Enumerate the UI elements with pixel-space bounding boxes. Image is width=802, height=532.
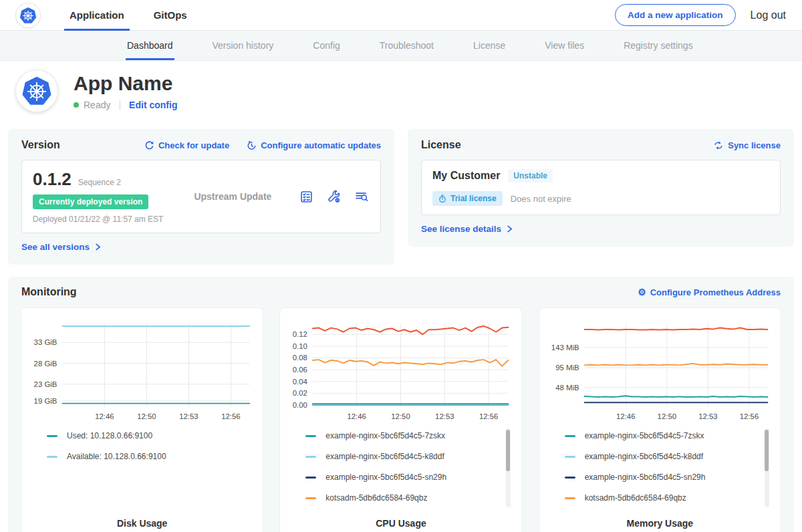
svg-text:33 GiB: 33 GiB (34, 338, 57, 346)
legend-dash-icon (565, 497, 575, 499)
svg-text:12:46: 12:46 (95, 412, 114, 420)
legend-label: Available: 10.128.0.66:9100 (67, 452, 166, 461)
version-card-title: Version (21, 139, 60, 151)
charts-row: 19 GiB23 GiB28 GiB33 GiB12:4612:5012:531… (21, 308, 781, 532)
svg-text:0.00: 0.00 (293, 401, 307, 409)
divider: | (118, 100, 121, 110)
svg-text:0.06: 0.06 (293, 366, 307, 374)
svg-text:12:56: 12:56 (479, 412, 499, 420)
page-title: App Name (74, 72, 177, 95)
legend-scrollbar-thumb[interactable] (506, 430, 510, 471)
see-all-versions-link[interactable]: See all versions (21, 242, 102, 252)
app-header: App Name Ready | Edit config (0, 61, 802, 126)
legend-scrollbar[interactable] (506, 428, 511, 507)
configure-automatic-updates-link[interactable]: Configure automatic updates (247, 140, 381, 150)
top-nav-tab-application[interactable]: Application (64, 0, 130, 30)
tab-registry-settings[interactable]: Registry settings (622, 31, 694, 60)
memory-usage-chart: 48 MiB95 MiB143 MiB12:4612:5012:5312:56 (546, 317, 774, 424)
legend-item: Available: 10.128.0.66:9100 (47, 452, 243, 461)
legend-label: example-nginx-5bc6f5d4c5-7zskx (585, 431, 704, 440)
chart-title: Disk Usage (28, 514, 256, 529)
sync-license-link[interactable]: Sync license (713, 140, 781, 150)
legend-dash-icon (305, 456, 316, 458)
deployed-timestamp: Deployed 01/21/22 @ 11:57 am EST (33, 215, 163, 224)
top-nav: ApplicationGitOps Add a new application … (0, 0, 802, 31)
app-logo-icon (16, 70, 57, 112)
version-action-icons (298, 188, 370, 205)
config-tools-icon[interactable] (325, 188, 342, 205)
tab-troubleshoot[interactable]: Troubleshoot (378, 31, 435, 60)
svg-text:12:56: 12:56 (221, 412, 241, 420)
tab-view-files[interactable]: View files (543, 31, 585, 60)
monitoring-section: Monitoring ⚙ Configure Prometheus Addres… (8, 277, 794, 532)
preflight-checks-icon[interactable] (298, 188, 315, 205)
kots-admin-console: ApplicationGitOps Add a new application … (0, 0, 802, 532)
legend-label: Used: 10.128.0.66:9100 (67, 431, 152, 440)
tab-dashboard[interactable]: Dashboard (126, 31, 174, 60)
svg-text:23 GiB: 23 GiB (34, 380, 57, 388)
sync-icon (713, 140, 724, 150)
svg-text:19 GiB: 19 GiB (34, 397, 57, 405)
disk-usage-card: 19 GiB23 GiB28 GiB33 GiB12:4612:5012:531… (21, 308, 263, 532)
legend-label: example-nginx-5bc6f5d4c5-k8ddf (325, 452, 444, 461)
logout-button[interactable]: Log out (751, 9, 786, 21)
license-info-box: My Customer Unstable Trial license Does … (421, 160, 781, 215)
legend-dash-icon (47, 456, 57, 458)
sequence-label: Sequence 2 (78, 178, 121, 187)
stopwatch-icon (438, 194, 446, 203)
kubernetes-wheel-icon (19, 7, 37, 24)
edit-config-link[interactable]: Edit config (129, 100, 177, 110)
monitoring-title: Monitoring (21, 286, 77, 298)
tab-config[interactable]: Config (311, 31, 341, 60)
legend-label: kotsadm-5db6dc6584-69qbz (585, 493, 686, 503)
legend-scrollbar[interactable] (765, 428, 769, 507)
legend-label: kotsadm-5db6dc6584-69qbz (325, 493, 427, 503)
version-number: 0.1.2 (33, 169, 72, 190)
legend-dash-icon (305, 477, 316, 479)
legend-item: example-nginx-5bc6f5d4c5-k8ddf (565, 452, 761, 461)
license-expiry: Does not expire (511, 194, 571, 204)
gear-icon: ⚙ (638, 287, 646, 297)
svg-text:0.12: 0.12 (293, 330, 307, 338)
legend-dash-icon (305, 435, 316, 437)
svg-text:12:50: 12:50 (392, 412, 411, 420)
memory-usage-card: 48 MiB95 MiB143 MiB12:4612:5012:5312:56e… (539, 308, 781, 532)
svg-text:12:46: 12:46 (348, 412, 367, 420)
see-license-details-link[interactable]: See license details (421, 224, 513, 234)
tab-version-history[interactable]: Version history (211, 31, 275, 60)
deploy-logs-icon[interactable] (353, 188, 370, 205)
legend-label: example-nginx-5bc6f5d4c5-sn29h (325, 473, 446, 482)
svg-text:143 MiB: 143 MiB (551, 344, 579, 352)
legend-dash-icon (565, 477, 575, 479)
legend-item: kotsadm-5db6dc6584-69qbz (305, 493, 501, 503)
legend-item: example-nginx-5bc6f5d4c5-7zskx (565, 431, 761, 440)
cpu-usage-legend: example-nginx-5bc6f5d4c5-7zskxexample-ng… (287, 424, 515, 514)
chart-title: Memory Usage (546, 514, 774, 529)
legend-scrollbar-thumb[interactable] (765, 430, 769, 471)
refresh-icon (144, 140, 154, 150)
tab-license[interactable]: License (472, 31, 507, 60)
top-nav-actions: Add a new application Log out (615, 4, 786, 26)
legend-item: Used: 10.128.0.66:9100 (47, 431, 243, 440)
top-nav-tabs: ApplicationGitOps (64, 0, 211, 30)
legend-label: example-nginx-5bc6f5d4c5-k8ddf (585, 452, 703, 461)
summary-cards-row: Version Check for update (8, 129, 794, 265)
status-badge: Ready (84, 100, 110, 110)
legend-dash-icon (565, 456, 575, 458)
kubernetes-wheel-icon (21, 76, 52, 106)
version-card: Version Check for update (8, 129, 394, 265)
svg-text:12:53: 12:53 (698, 412, 718, 420)
svg-text:28 GiB: 28 GiB (34, 360, 57, 368)
svg-text:12:53: 12:53 (435, 412, 454, 420)
app-sub-nav: DashboardVersion historyConfigTroublesho… (0, 31, 802, 61)
add-application-button[interactable]: Add a new application (615, 4, 736, 26)
top-nav-tab-gitops[interactable]: GitOps (148, 0, 192, 30)
configure-prometheus-link[interactable]: ⚙ Configure Prometheus Address (638, 287, 781, 297)
license-card: License Sync license My Custo (408, 129, 794, 247)
kubernetes-logo-icon[interactable] (16, 3, 40, 27)
legend-item: example-nginx-5bc6f5d4c5-7zskx (305, 431, 501, 440)
legend-label: example-nginx-5bc6f5d4c5-7zskx (325, 431, 445, 440)
svg-text:95 MiB: 95 MiB (555, 364, 579, 372)
svg-text:12:53: 12:53 (179, 412, 198, 420)
check-for-update-link[interactable]: Check for update (144, 140, 229, 150)
